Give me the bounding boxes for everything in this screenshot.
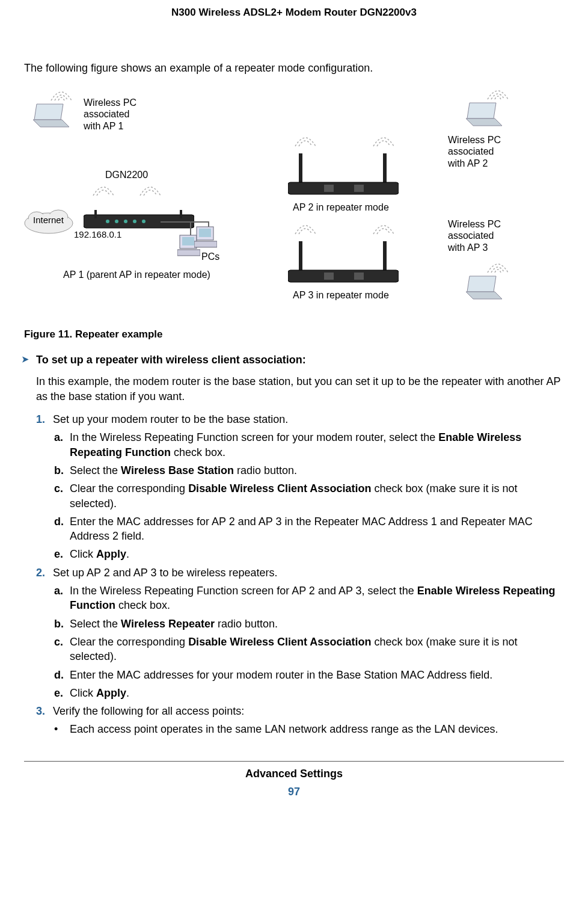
router-icon	[288, 241, 399, 288]
page-number: 97	[24, 784, 564, 799]
svg-rect-19	[182, 237, 194, 245]
substep-label: d.	[54, 514, 70, 544]
substep-1a: a. In the Wireless Repeating Function sc…	[54, 430, 564, 460]
wave-icon	[90, 182, 117, 203]
page-header: N300 Wireless ADSL2+ Modem Router DGN220…	[24, 6, 564, 25]
substep-1c: c. Clear the corresponding Disable Wirel…	[54, 481, 564, 511]
svg-point-11	[124, 220, 127, 223]
procedure-intro: In this example, the modem router is the…	[36, 374, 564, 404]
step-number: 2.	[36, 565, 53, 580]
svg-point-9	[106, 220, 109, 223]
router-icon	[288, 153, 399, 200]
substep-text: Click Apply.	[70, 547, 564, 561]
step-text: Set up your modem router to be the base …	[53, 412, 564, 427]
svg-marker-1	[33, 120, 69, 127]
wave-icon	[292, 133, 319, 153]
substep-text: Enter the MAC addresses for your modem r…	[70, 668, 564, 682]
footer-section: Advanced Settings	[24, 761, 564, 781]
substep-text: In the Wireless Repeating Function scree…	[70, 584, 564, 613]
svg-rect-29	[299, 241, 302, 271]
bullet-icon: •	[54, 722, 70, 736]
substep-label: c.	[54, 481, 70, 511]
laptop-icon	[29, 102, 70, 134]
svg-rect-33	[354, 273, 364, 280]
svg-rect-32	[324, 273, 334, 280]
bullet-item: • Each access point operates in the same…	[54, 722, 564, 736]
substep-label: a.	[54, 430, 70, 460]
svg-rect-28	[354, 185, 364, 192]
substep-2e: e. Click Apply.	[54, 686, 564, 700]
substep-2c: c. Clear the corresponding Disable Wirel…	[54, 635, 564, 664]
ap1-label: AP 1 (parent AP in repeater mode)	[63, 269, 210, 280]
dgn-label: DGN2200	[105, 169, 148, 180]
svg-rect-23	[194, 241, 217, 247]
substep-text: Clear the corresponding Disable Wireless…	[70, 635, 564, 664]
wave-icon	[370, 133, 397, 153]
svg-rect-31	[288, 270, 399, 282]
substep-1e: e. Click Apply.	[54, 547, 564, 561]
pc-ap1-label: Wireless PC associated with AP 1	[84, 97, 136, 132]
svg-marker-3	[466, 119, 502, 126]
substep-text: Select the Wireless Base Station radio b…	[70, 463, 564, 478]
svg-marker-2	[467, 103, 496, 119]
substep-text: Clear the corresponding Disable Wireless…	[70, 481, 564, 511]
wave-icon	[370, 221, 397, 241]
step-number: 1.	[36, 412, 53, 427]
substep-label: b.	[54, 463, 70, 478]
step-number: 3.	[36, 704, 53, 718]
pc-icon	[194, 226, 217, 252]
substep-label: e.	[54, 547, 70, 561]
bullet-text: Each access point operates in the same L…	[70, 722, 564, 736]
substep-label: a.	[54, 584, 70, 613]
step-text: Set up AP 2 and AP 3 to be wireless repe…	[53, 565, 564, 580]
step-1: 1. Set up your modem router to be the ba…	[36, 412, 564, 427]
substep-label: d.	[54, 668, 70, 682]
substep-text: Click Apply.	[70, 686, 564, 700]
ap2-label: AP 2 in repeater mode	[293, 202, 389, 213]
step-2: 2. Set up AP 2 and AP 3 to be wireless r…	[36, 565, 564, 580]
svg-rect-26	[288, 182, 399, 194]
svg-point-12	[133, 220, 136, 223]
svg-marker-4	[467, 276, 496, 292]
repeater-diagram: Wireless PC associated with AP 1 Wireles…	[29, 87, 559, 322]
svg-rect-30	[383, 241, 387, 271]
substep-1d: d. Enter the MAC addresses for AP 2 and …	[54, 514, 564, 544]
intro-text: The following figure shows an example of…	[24, 61, 564, 75]
ap3-label: AP 3 in repeater mode	[293, 289, 389, 301]
laptop-icon	[462, 100, 503, 133]
procedure-heading: To set up a repeater with wireless clien…	[24, 353, 564, 367]
substep-label: e.	[54, 686, 70, 700]
substep-label: c.	[54, 635, 70, 664]
pcs-label: PCs	[201, 251, 219, 262]
substep-2d: d. Enter the MAC addresses for your mode…	[54, 668, 564, 682]
substep-2b: b. Select the Wireless Repeater radio bu…	[54, 617, 564, 631]
svg-point-13	[142, 220, 145, 223]
wave-icon	[136, 182, 164, 203]
svg-rect-24	[299, 153, 302, 183]
figure-caption: Figure 11. Repeater example	[24, 328, 564, 342]
wave-icon	[292, 221, 319, 241]
svg-point-10	[115, 220, 118, 223]
substep-text: Select the Wireless Repeater radio butto…	[70, 617, 564, 631]
internet-label: Internet	[33, 215, 64, 226]
substep-text: Enter the MAC addresses for AP 2 and AP …	[70, 514, 564, 544]
svg-marker-0	[34, 104, 63, 120]
pc-ap2-label: Wireless PC associated with AP 2	[448, 134, 501, 169]
ip-label: 192.168.0.1	[74, 229, 121, 240]
step-text: Verify the following for all access poin…	[53, 704, 564, 718]
laptop-icon	[462, 274, 503, 306]
svg-rect-22	[199, 229, 211, 237]
substep-text: In the Wireless Repeating Function scree…	[70, 430, 564, 460]
svg-rect-8	[180, 210, 182, 218]
substep-1b: b. Select the Wireless Base Station radi…	[54, 463, 564, 478]
pc-ap3-label: Wireless PC associated with AP 3	[448, 218, 501, 253]
step-3: 3. Verify the following for all access p…	[36, 704, 564, 718]
svg-rect-7	[94, 210, 97, 218]
svg-marker-5	[466, 292, 502, 299]
substep-2a: a. In the Wireless Repeating Function sc…	[54, 584, 564, 613]
substep-label: b.	[54, 617, 70, 631]
svg-rect-27	[324, 185, 334, 192]
svg-rect-25	[383, 153, 387, 183]
